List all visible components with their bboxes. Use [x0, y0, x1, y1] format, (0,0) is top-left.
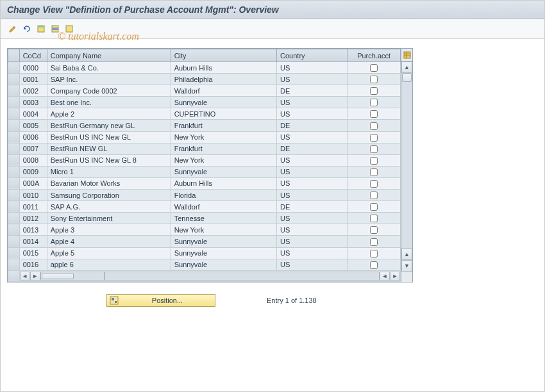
table-row[interactable]: 0004Apple 2CUPERTINOUS [8, 108, 401, 120]
cell-city[interactable]: Walldorf [171, 85, 276, 97]
cell-name[interactable]: Apple 2 [47, 108, 171, 120]
cell-name[interactable]: Best one Inc. [47, 97, 171, 108]
undo-icon[interactable] [21, 23, 33, 35]
cell-name[interactable]: BestRun Germany new GL [47, 120, 171, 131]
cell-name[interactable]: Sony Entertainment [47, 213, 171, 224]
purch-checkbox[interactable] [370, 134, 378, 142]
table-row[interactable]: 0007BestRun NEW GLFrankfurtDE [8, 143, 401, 154]
cell-purch[interactable] [348, 213, 401, 224]
cell-country[interactable]: US [277, 236, 348, 247]
cell-country[interactable]: DE [277, 201, 348, 213]
hscroll-right-button-inner[interactable]: ► [30, 272, 40, 281]
row-selector[interactable] [8, 224, 20, 236]
row-selector[interactable] [8, 201, 20, 213]
vscroll-down-button[interactable]: ▼ [401, 260, 412, 272]
table-row[interactable]: 0011SAP A.G.WalldorfDE [8, 201, 401, 213]
cell-cocd[interactable]: 0006 [19, 131, 47, 143]
row-selector[interactable] [8, 62, 20, 74]
cell-cocd[interactable]: 0009 [19, 166, 47, 177]
purch-checkbox[interactable] [370, 168, 378, 176]
cell-purch[interactable] [348, 247, 401, 259]
table-row[interactable]: 0010Samsung CorporationFloridaUS [8, 190, 401, 201]
cell-cocd[interactable]: 0000 [19, 62, 47, 74]
purch-checkbox[interactable] [370, 157, 378, 165]
cell-name[interactable]: Company Code 0002 [47, 85, 171, 97]
cell-city[interactable]: Philadelphia [171, 74, 276, 85]
cell-cocd[interactable]: 0008 [19, 154, 47, 166]
table-row[interactable]: 000ABavarian Motor WorksAuburn HillsUS [8, 177, 401, 189]
hscroll-right-button[interactable]: ► [390, 272, 400, 281]
vscroll-thumb[interactable] [402, 73, 412, 82]
cell-country[interactable]: DE [277, 85, 348, 97]
row-selector[interactable] [8, 143, 20, 154]
row-selector[interactable] [8, 108, 20, 120]
cell-cocd[interactable]: 000A [19, 177, 47, 189]
cell-name[interactable]: BestRun US INC New GL [47, 131, 171, 143]
row-selector[interactable] [8, 74, 20, 85]
purch-checkbox[interactable] [370, 250, 378, 257]
cell-cocd[interactable]: 0016 [19, 259, 47, 270]
purch-checkbox[interactable] [370, 192, 378, 199]
cell-country[interactable]: US [277, 97, 348, 108]
cell-cocd[interactable]: 0004 [19, 108, 47, 120]
cell-name[interactable]: Sai Baba & Co. [47, 62, 171, 74]
hscroll-track-right[interactable] [105, 272, 380, 281]
table-row[interactable]: 0013Apple 3New YorkUS [8, 224, 401, 236]
row-selector[interactable] [8, 85, 20, 97]
cell-name[interactable]: Bavarian Motor Works [47, 177, 171, 189]
cell-name[interactable]: Apple 4 [47, 236, 171, 247]
cell-cocd[interactable]: 0015 [19, 247, 47, 259]
table-row[interactable]: 0015Apple 5SunnyvaleUS [8, 247, 401, 259]
col-city-header[interactable]: City [171, 49, 276, 62]
purch-checkbox[interactable] [370, 87, 378, 95]
row-selector[interactable] [8, 120, 20, 131]
cell-country[interactable]: DE [277, 143, 348, 154]
table-row[interactable]: 0005BestRun Germany new GLFrankfurtDE [8, 120, 401, 131]
purch-checkbox[interactable] [370, 122, 378, 130]
cell-purch[interactable] [348, 143, 401, 154]
purch-checkbox[interactable] [370, 180, 378, 188]
cell-city[interactable]: Sunnyvale [171, 236, 276, 247]
cell-country[interactable]: DE [277, 120, 348, 131]
cell-country[interactable]: US [277, 74, 348, 85]
col-country-header[interactable]: Country [277, 49, 348, 62]
table-row[interactable]: 0009Micro 1SunnyvaleUS [8, 166, 401, 177]
table-row[interactable]: 0003Best one Inc.SunnyvaleUS [8, 97, 401, 108]
table-row[interactable]: 0000Sai Baba & Co.Auburn HillsUS [8, 62, 401, 74]
cell-country[interactable]: US [277, 62, 348, 74]
row-selector[interactable] [8, 190, 20, 201]
cell-purch[interactable] [348, 108, 401, 120]
cell-name[interactable]: BestRun US INC New GL 8 [47, 154, 171, 166]
cell-cocd[interactable]: 0012 [19, 213, 47, 224]
table-row[interactable]: 0001SAP Inc.PhiladelphiaUS [8, 74, 401, 85]
row-selector[interactable] [8, 259, 20, 270]
cell-city[interactable]: Tennesse [171, 213, 276, 224]
vscroll-track[interactable] [401, 73, 412, 249]
cell-city[interactable]: New York [171, 131, 276, 143]
vscroll-up-button[interactable]: ▲ [401, 61, 412, 73]
cell-country[interactable]: US [277, 247, 348, 259]
row-selector[interactable] [8, 131, 20, 143]
cell-city[interactable]: Frankfurt [171, 143, 276, 154]
cell-name[interactable]: SAP Inc. [47, 74, 171, 85]
select-all-icon[interactable] [35, 23, 47, 35]
cell-country[interactable]: US [277, 166, 348, 177]
table-row[interactable]: 0012Sony EntertainmentTennesseUS [8, 213, 401, 224]
purch-checkbox[interactable] [370, 238, 378, 246]
cell-city[interactable]: Florida [171, 190, 276, 201]
cell-purch[interactable] [348, 224, 401, 236]
cell-country[interactable]: US [277, 131, 348, 143]
cell-purch[interactable] [348, 259, 401, 270]
col-select-header[interactable] [8, 49, 20, 62]
row-selector[interactable] [8, 236, 20, 247]
cell-purch[interactable] [348, 62, 401, 74]
cell-purch[interactable] [348, 154, 401, 166]
cell-city[interactable]: Sunnyvale [171, 247, 276, 259]
cell-name[interactable]: Apple 3 [47, 224, 171, 236]
cell-country[interactable]: US [277, 213, 348, 224]
cell-name[interactable]: apple 6 [47, 259, 171, 270]
row-selector[interactable] [8, 177, 20, 189]
row-selector[interactable] [8, 154, 20, 166]
hscroll-left-button-end[interactable]: ◄ [380, 272, 390, 281]
cell-country[interactable]: US [277, 259, 348, 270]
